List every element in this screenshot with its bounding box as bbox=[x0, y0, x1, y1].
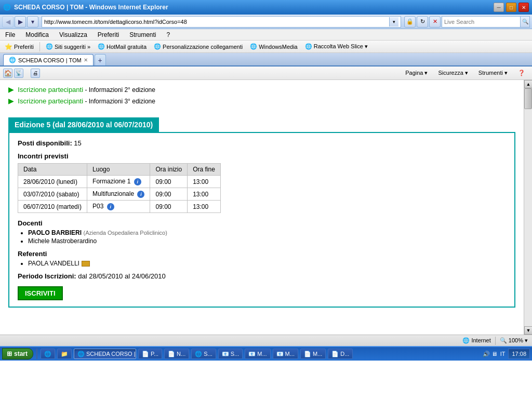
rss-button[interactable]: 📡 bbox=[14, 69, 23, 78]
menu-help[interactable]: ? bbox=[165, 30, 172, 39]
taskbar-active-window[interactable]: 🌐 SCHEDA CORSO | TOM... bbox=[74, 349, 136, 359]
menu-strumenti[interactable]: Strumenti bbox=[127, 30, 158, 39]
incontri-title: Incontri previsti bbox=[18, 152, 506, 160]
help-button[interactable]: ❓ bbox=[514, 68, 529, 78]
taskbar-btn-s1[interactable]: 🌐 S... bbox=[191, 349, 216, 359]
bookmark-raccolta-label: Raccolta Web Slice ▾ bbox=[314, 43, 368, 50]
email-icon[interactable] bbox=[82, 261, 90, 267]
menu-visualizza[interactable]: Visualizza bbox=[57, 30, 89, 39]
title-bar: 🌐 SCHEDA CORSO | TOM - Windows Internet … bbox=[0, 0, 532, 15]
command-bar-right: Pagina ▾ Sicurezza ▾ Strumenti ▾ ❓ bbox=[402, 68, 529, 78]
pagina-button[interactable]: Pagina ▾ bbox=[402, 68, 431, 78]
search-compatibility-button[interactable]: 🔒 bbox=[404, 16, 416, 28]
bookmark-windowsmedia[interactable]: 🌐 WindowsMedia bbox=[247, 42, 300, 51]
minimize-button[interactable]: ─ bbox=[494, 3, 504, 12]
edition-box: Posti disponibili: 15 Incontri previsti … bbox=[8, 132, 515, 308]
link-iscrizione-3[interactable]: Iscrizione partecipanti bbox=[18, 97, 83, 105]
sicurezza-button[interactable]: Sicurezza ▾ bbox=[435, 68, 472, 78]
bookmark-hotmail-label: HotMail gratuita bbox=[107, 44, 147, 50]
globe-status-icon: 🌐 bbox=[462, 337, 470, 343]
taskbar-btn-d[interactable]: 📄 D... bbox=[328, 349, 353, 359]
bookmark-raccolta[interactable]: 🌐 Raccolta Web Slice ▾ bbox=[302, 42, 370, 51]
tab-label: SCHEDA CORSO | TOM bbox=[18, 57, 82, 63]
periodo-value: dal 28/05/2010 al 24/06/2010 bbox=[78, 272, 165, 280]
home-button[interactable]: 🏠 bbox=[3, 69, 12, 78]
cell-data: 06/07/2010 (martedì) bbox=[18, 201, 87, 213]
link-icon-2: ▶ bbox=[8, 97, 14, 105]
bookmark-siti-label: Siti suggeriti » bbox=[55, 44, 90, 50]
tab-close-button[interactable]: ✕ bbox=[84, 57, 88, 63]
taskbar-ie-icon[interactable]: 🌐 bbox=[41, 349, 55, 359]
back-button[interactable]: ◀ bbox=[2, 16, 14, 28]
link-iscrizione-2[interactable]: Iscrizione partecipanti bbox=[18, 86, 83, 94]
scroll-down-button[interactable]: ▼ bbox=[524, 326, 532, 335]
taskbar-folder-icon[interactable]: 📁 bbox=[57, 349, 72, 359]
bookmark-siti[interactable]: 🌐 Siti suggeriti » bbox=[43, 42, 93, 51]
menu-modifica[interactable]: Modifica bbox=[23, 30, 51, 39]
cell-luogo: Multifunzionale i bbox=[87, 188, 150, 201]
bookmark-hotmail[interactable]: 🌐 HotMail gratuita bbox=[95, 42, 149, 51]
referente-item: PAOLA VANDELLI bbox=[28, 260, 506, 267]
cell-ora-inizio: 09:00 bbox=[150, 188, 188, 201]
taskbar-btn-n[interactable]: 📄 N... bbox=[164, 349, 189, 359]
close-button[interactable]: ✕ bbox=[518, 3, 529, 12]
incontri-table: Data Luogo Ora inizio Ora fine 28/06/201… bbox=[18, 163, 221, 213]
refresh-button[interactable]: ↻ bbox=[417, 16, 428, 28]
menu-file[interactable]: File bbox=[3, 30, 17, 39]
referente-name: PAOLA VANDELLI bbox=[28, 260, 79, 267]
taskbar-btn-m2[interactable]: 📧 M... bbox=[273, 349, 298, 359]
periodo-line: Periodo Iscrizioni: dal 28/05/2010 al 24… bbox=[18, 272, 506, 280]
info-icon-0[interactable]: i bbox=[134, 178, 141, 185]
taskbar-icons: 🔊 🖥 bbox=[483, 351, 497, 357]
taskbar-btn-m3[interactable]: 📄 M... bbox=[300, 349, 326, 359]
info-icon-2[interactable]: i bbox=[107, 203, 114, 210]
bookmark-personalizzazione[interactable]: 🌐 Personalizzazione collegamenti bbox=[151, 42, 245, 51]
new-tab-button[interactable]: + bbox=[95, 54, 106, 65]
stop-button[interactable]: ✕ bbox=[429, 16, 441, 28]
windows-icon: ⊞ bbox=[7, 350, 12, 357]
menu-preferiti[interactable]: Preferiti bbox=[96, 30, 121, 39]
taskbar-btn-m1[interactable]: 📧 M... bbox=[245, 349, 270, 359]
tab-scheda-corso[interactable]: 🌐 SCHEDA CORSO | TOM ✕ bbox=[3, 54, 94, 65]
internet-zone: 🌐 Internet bbox=[462, 337, 490, 344]
status-divider bbox=[495, 337, 496, 345]
forward-button[interactable]: ▶ bbox=[15, 16, 26, 28]
docente-org: (Azienda Ospedaliera Policlinico) bbox=[83, 230, 167, 236]
taskbar-btn-s2[interactable]: 📧 S... bbox=[218, 349, 243, 359]
zoom-level[interactable]: 🔍 100% ▾ bbox=[500, 337, 528, 344]
cell-ora-inizio: 09:00 bbox=[150, 201, 188, 213]
link-icon-1: ▶ bbox=[8, 85, 14, 94]
globe-icon-5: 🌐 bbox=[305, 43, 312, 50]
content-area: ▶ Iscrizione partecipanti - Informazioni… bbox=[0, 80, 524, 313]
cell-ora-fine: 13:00 bbox=[188, 188, 221, 201]
window-title: SCHEDA CORSO | TOM - Windows Internet Ex… bbox=[14, 4, 168, 11]
iscriviti-button[interactable]: ISCRIVITI bbox=[18, 286, 63, 300]
start-button[interactable]: ⊞ start bbox=[2, 348, 33, 360]
vertical-scrollbar[interactable]: ▲ ▼ bbox=[524, 80, 532, 335]
scroll-thumb[interactable] bbox=[524, 88, 532, 109]
dropdown-button[interactable]: ▾ bbox=[27, 16, 38, 28]
taskbar-lang: IT bbox=[500, 351, 506, 357]
posti-line: Posti disponibili: 15 bbox=[18, 139, 506, 147]
print-button[interactable]: 🖨 bbox=[31, 69, 40, 78]
bookmarks-bar: ⭐ Preferiti 🌐 Siti suggeriti » 🌐 HotMail… bbox=[0, 41, 532, 53]
main-area: ▶ Iscrizione partecipanti - Informazioni… bbox=[0, 80, 532, 335]
address-input[interactable] bbox=[44, 19, 389, 25]
scroll-track[interactable] bbox=[524, 88, 532, 326]
cell-ora-fine: 13:00 bbox=[188, 201, 221, 213]
taskbar-btn-p[interactable]: 📄 P... bbox=[138, 349, 162, 359]
search-input[interactable] bbox=[442, 19, 520, 25]
referenti-section: Referenti PAOLA VANDELLI bbox=[18, 250, 506, 267]
maximize-button[interactable]: □ bbox=[506, 3, 516, 12]
search-go-button[interactable]: 🔍 bbox=[520, 17, 529, 27]
info-icon-1[interactable]: i bbox=[137, 191, 144, 198]
content-scroll[interactable]: ▶ Iscrizione partecipanti - Informazioni… bbox=[0, 80, 524, 335]
clock: 17:08 bbox=[508, 349, 530, 359]
scroll-up-button[interactable]: ▲ bbox=[524, 80, 532, 88]
bookmarks-preferiti[interactable]: ⭐ Preferiti bbox=[2, 42, 36, 51]
col-ora-inizio: Ora inizio bbox=[150, 164, 188, 176]
address-dropdown-button[interactable]: ▾ bbox=[389, 17, 398, 26]
strumenti-button[interactable]: Strumenti ▾ bbox=[475, 68, 511, 78]
globe-icon-1: 🌐 bbox=[46, 43, 53, 50]
active-window-label: SCHEDA CORSO | TOM... bbox=[86, 351, 136, 357]
